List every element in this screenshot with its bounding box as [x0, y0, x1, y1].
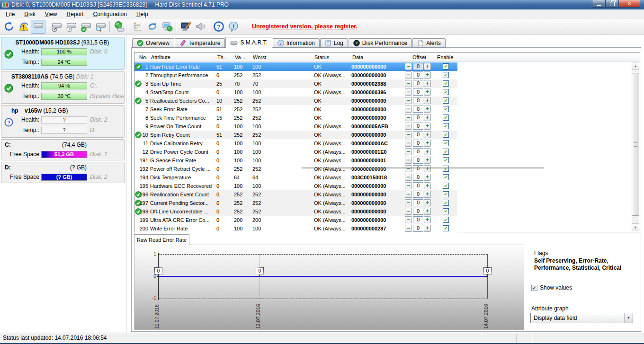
network-disks-button[interactable] [112, 20, 126, 34]
offset-value-field[interactable]: 0 [413, 140, 423, 147]
disk-panel-2[interactable]: hp v165w (15,2 GB)Health:?Disk: 2Temp.:?… [1, 105, 125, 138]
offset-increase-button[interactable]: + [424, 157, 431, 164]
offset-increase-button[interactable]: + [424, 97, 431, 104]
offset-value-field[interactable]: 0 [413, 174, 423, 181]
table-row[interactable]: 12Drive Power Cycle Count0100100OK (Alwa… [134, 148, 457, 156]
menu-view[interactable]: View [40, 10, 62, 18]
menu-configuration[interactable]: Configuration [89, 10, 132, 18]
offset-decrease-button[interactable]: − [405, 199, 412, 206]
tab-log[interactable]: Log [320, 38, 348, 48]
enable-checkbox[interactable]: ✔ [443, 72, 449, 78]
scroll-down-button[interactable]: ▼ [632, 223, 639, 231]
table-row[interactable]: 192Power off Retract Cycle ...0252252OK … [134, 165, 457, 173]
column-header-va[interactable]: Va... [235, 53, 250, 61]
close-button[interactable]: ✕ [619, 0, 640, 8]
offset-decrease-button[interactable]: − [405, 71, 412, 79]
table-row[interactable]: 9Power On Time Count0100100OK (Always...… [134, 122, 457, 131]
column-header-offset[interactable]: Offset [412, 53, 434, 61]
tab-s-m-a-r-t[interactable]: S.M.A.R.T. [225, 37, 272, 48]
disk-panel-0[interactable]: ST1000DM005 HD103SJ (931,5 GB)Health:100… [1, 37, 125, 70]
sync-button[interactable] [145, 20, 160, 34]
scroll-thumb[interactable] [632, 73, 639, 216]
offset-value-field[interactable]: 0 [413, 225, 423, 232]
table-row[interactable]: 197Current Pending Sector...0252252OK (A… [134, 199, 457, 207]
enable-checkbox[interactable]: ✔ [443, 97, 449, 104]
enable-checkbox[interactable]: ✔ [443, 115, 449, 121]
offset-value-field[interactable]: 0 [413, 80, 423, 87]
offset-value-field[interactable]: 0 [413, 199, 423, 206]
offset-increase-button[interactable]: + [424, 191, 431, 198]
refresh-button[interactable] [1, 20, 16, 34]
enable-checkbox[interactable]: ✔ [443, 191, 449, 197]
offset-decrease-button[interactable]: − [405, 165, 412, 172]
tab-temperature[interactable]: Temperature [175, 38, 225, 48]
tab-alerts[interactable]: Alerts [412, 38, 446, 48]
disk-overview-button[interactable] [31, 20, 45, 34]
table-row[interactable]: 10Spin Retry Count51252252OK000000000000… [134, 131, 457, 139]
scroll-up-button[interactable]: ▲ [632, 62, 639, 70]
column-header-no[interactable]: No. [139, 53, 150, 61]
tab-disk-performance[interactable]: Disk Performance [349, 38, 412, 48]
tab-overview[interactable]: Overview [132, 38, 174, 48]
offset-value-field[interactable]: 0 [413, 114, 423, 121]
offset-increase-button[interactable]: + [424, 123, 431, 130]
disk-clock-button[interactable] [64, 20, 79, 34]
enable-checkbox[interactable]: ✔ [443, 132, 449, 138]
offset-increase-button[interactable]: + [424, 106, 431, 113]
offset-increase-button[interactable]: + [424, 165, 431, 172]
enable-checkbox[interactable]: ✔ [443, 63, 449, 70]
enable-checkbox[interactable]: ✔ [443, 225, 449, 231]
column-header-worst[interactable]: Worst [253, 53, 310, 61]
offset-value-field[interactable]: 0 [413, 106, 423, 113]
offset-increase-button[interactable]: + [424, 88, 431, 96]
offset-increase-button[interactable]: + [424, 225, 431, 232]
table-row[interactable]: 3Spin Up Time257070OK000000002388−0+✔ [134, 79, 457, 88]
enable-checkbox[interactable]: ✔ [443, 157, 449, 163]
graph-tab[interactable]: Raw Read Error Rate [134, 234, 189, 245]
remote-computer-button[interactable] [160, 20, 174, 34]
disk-search-button[interactable] [93, 20, 108, 34]
info-button[interactable]: i [226, 20, 241, 34]
disk-panel-1[interactable]: ST3808110AS (74,5 GB) Disk: 1Health:94 %… [1, 71, 125, 104]
table-row[interactable]: 198Off-Line Uncorrectable ...0252252OK (… [134, 207, 457, 216]
partition-panel-C[interactable]: C:(74,4 GB)Free Space51,3 GBDisk: 1 [1, 139, 125, 160]
table-row[interactable]: 199Ultra ATA CRC Error Co...0200200OK (A… [134, 216, 457, 224]
offset-increase-button[interactable]: + [424, 131, 431, 138]
enable-checkbox[interactable]: ✔ [443, 106, 449, 112]
offset-value-field[interactable]: 0 [413, 63, 423, 70]
offset-increase-button[interactable]: + [424, 216, 431, 223]
table-row[interactable]: 194Disk Temperature06464OK (Always...003… [134, 173, 457, 182]
table-row[interactable]: 196Reallocation Event Count0252252OK (Al… [134, 190, 457, 199]
offset-value-field[interactable]: 0 [413, 131, 423, 138]
offset-value-field[interactable]: 0 [413, 208, 423, 215]
offset-value-field[interactable]: 0 [413, 88, 423, 96]
menu-disk[interactable]: Disk [19, 10, 40, 18]
offset-decrease-button[interactable]: − [405, 140, 412, 147]
offset-increase-button[interactable]: + [424, 199, 431, 206]
offset-value-field[interactable]: 0 [413, 71, 423, 79]
enable-checkbox[interactable]: ✔ [443, 166, 449, 172]
table-row[interactable]: 4Start/Stop Count0100100OK (Always...000… [134, 88, 457, 97]
sound-button[interactable] [193, 20, 207, 34]
report-button[interactable] [130, 20, 145, 34]
show-values-checkbox[interactable]: ✔ [531, 285, 537, 291]
enable-checkbox[interactable]: ✔ [443, 183, 449, 189]
column-header-attribute[interactable]: Attribute [151, 53, 213, 61]
offset-increase-button[interactable]: + [424, 80, 431, 87]
register-notice-link[interactable]: Unregistered version, please register. [252, 23, 358, 30]
offset-decrease-button[interactable]: − [405, 191, 412, 198]
enable-checkbox[interactable]: ✔ [443, 208, 449, 214]
offset-decrease-button[interactable]: − [405, 106, 412, 113]
offset-increase-button[interactable]: + [424, 208, 431, 215]
offset-decrease-button[interactable]: − [405, 88, 412, 96]
partition-panel-D[interactable]: D:(? GB)Free Space(? GB)Disk: 2 [1, 162, 125, 183]
offset-decrease-button[interactable]: − [405, 63, 412, 70]
minimize-button[interactable] [592, 0, 606, 8]
offset-decrease-button[interactable]: − [405, 123, 412, 130]
menu-file[interactable]: File [1, 10, 19, 18]
column-header-status[interactable]: Status [314, 53, 350, 61]
disk-gauge-button[interactable] [49, 20, 64, 34]
table-row[interactable]: 7Seek Error Rate51252252OK000000000000−0… [134, 105, 457, 114]
offset-value-field[interactable]: 0 [413, 165, 423, 172]
offset-decrease-button[interactable]: − [405, 157, 412, 164]
